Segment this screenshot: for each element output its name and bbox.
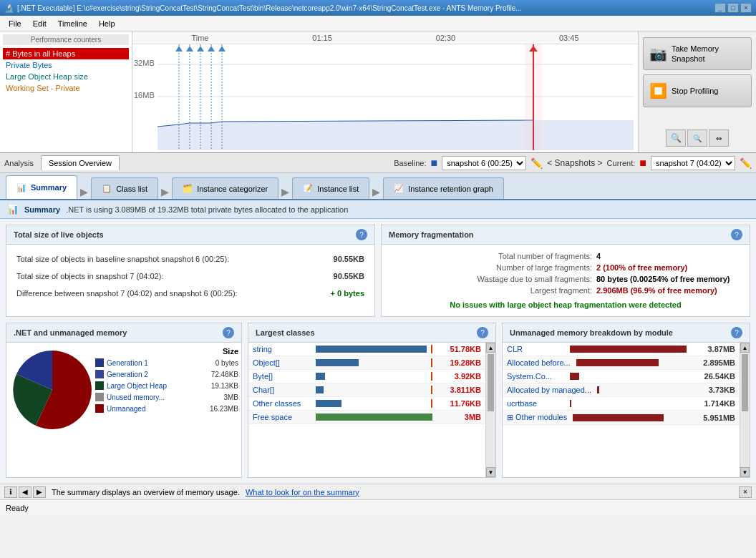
largest-classes-scrollbar[interactable]: ▲ ▼ [485,343,495,477]
current-color-dot: ■ [639,157,646,170]
gen1-value: 0 bytes [210,359,238,367]
clr-value: 3.87MB [692,345,735,353]
unmanaged-scroll-thumb[interactable] [742,354,748,411]
gen1-color [95,358,104,367]
other-class-name[interactable]: Other classes [253,399,310,408]
close-button[interactable]: × [740,3,752,13]
perf-item-working-set[interactable]: Working Set - Private [3,82,129,94]
scroll-down-btn[interactable]: ▼ [486,467,495,477]
baseline-label: Baseline: [394,159,426,167]
unmanaged-scroll-up[interactable]: ▲ [740,343,750,353]
char-class-name[interactable]: Char[] [253,386,310,394]
current-label: Current: [607,159,636,167]
systemco-name[interactable]: System.Co... [507,372,564,381]
menu-edit[interactable]: Edit [27,18,52,29]
baseline-edit-icon[interactable]: ✏️ [530,157,543,169]
baseline-snapshot-select[interactable]: snapshot 6 (00:25) [442,156,526,170]
ucrtbase-bar-area [564,399,692,408]
legend-row-loh: Large Object Heap 19.13KB [95,381,238,390]
menu-timeline[interactable]: Timeline [52,18,93,29]
perf-item-bytes-heaps[interactable]: # Bytes in all Heaps [3,48,129,59]
loh-label[interactable]: Large Object Heap [107,382,167,390]
gen2-label[interactable]: Generation 2 [107,371,148,378]
menu-help[interactable]: Help [93,18,121,29]
scroll-up-btn[interactable]: ▲ [486,343,495,353]
current-snapshot-select[interactable]: snapshot 7 (04:02) [651,156,735,170]
byte-bar-area [310,372,438,381]
live-objects-header: Total size of live objects ? [6,225,374,245]
snapshot-btn-label: Take Memory Snapshot [672,44,745,64]
svg-text:32MB: 32MB [134,59,155,67]
fit-button[interactable]: ⇔ [709,129,729,147]
free-class-name[interactable]: Free space [253,413,310,421]
dotnet-memory-help[interactable]: ? [223,327,234,338]
live-objects-title: Total size of live objects [14,230,104,239]
baseline-stat-row: Total size of objects in baseline snapsh… [16,255,364,263]
chart-svg: 32MB 16MB [132,44,638,152]
alloc-managed-name[interactable]: Allocated by managed... [507,386,591,394]
other-modules-expand[interactable]: ⊞ Other modules [507,413,567,422]
unmanaged-scrollbar[interactable]: ▲ ▼ [740,343,750,477]
status-close-btn[interactable]: × [739,486,752,498]
list-item-char: Char[] 3.811KB [248,383,485,397]
session-overview-tab[interactable]: Session Overview [41,155,120,170]
retention-label: Instance retention graph [408,185,493,193]
unused-value: 3MB [218,393,238,401]
unmanaged-scroll-down[interactable]: ▼ [740,467,750,477]
systemco-value: 26.54KB [692,372,735,381]
stop-profiling-button[interactable]: ⏹️ Stop Profiling [643,74,752,107]
legend-row-unmanaged: Unmanaged 16.23MB [95,404,238,413]
live-objects-help[interactable]: ? [356,229,367,240]
time-label-1: 01:15 [312,34,332,42]
clr-name[interactable]: CLR [507,345,564,353]
minimize-button[interactable]: _ [714,3,726,13]
summary-section-title: Summary [24,205,60,214]
zoom-out-button[interactable]: 🔍 [687,129,707,147]
summary-chart-icon: 📊 [7,204,19,215]
unmanaged-row-ucrtbase: ucrtbase 1.714KB [503,397,740,411]
perf-item-loh-size[interactable]: Large Object Heap size [3,71,129,82]
alloc-before-name[interactable]: Allocated before... [507,358,571,367]
window-controls: _ □ × [714,3,752,13]
unmanaged-row-clr: CLR 3.87MB [503,343,740,356]
gen2-color [95,370,104,378]
tab-retention-graph[interactable]: 📈 Instance retention graph [383,177,504,199]
frag-value-1: 2 (100% of free memory) [596,263,740,272]
snapshot-button[interactable]: 📷 Take Memory Snapshot [643,37,752,70]
gen1-label[interactable]: Generation 1 [107,359,148,367]
scroll-thumb[interactable] [488,354,494,411]
unused-label[interactable]: Unused memory... [107,393,165,401]
snapshots-arrow: < Snapshots > [547,158,602,168]
status-link[interactable]: What to look for on the summary [246,488,359,496]
current-edit-icon[interactable]: ✏️ [740,157,752,169]
tab-summary[interactable]: 📊 Summary [6,175,77,199]
tab-instance-list[interactable]: 📝 Instance list [292,177,369,199]
restore-button[interactable]: □ [727,3,739,13]
free-value: 3MB [438,413,481,421]
tab-class-list[interactable]: 📋 Class list [91,177,158,199]
largest-classes-help[interactable]: ? [477,327,488,338]
right-action-panel: 📷 Take Memory Snapshot ⏹️ Stop Profiling… [638,31,756,152]
char-marker [431,386,432,394]
stop-icon: ⏹️ [649,82,667,99]
object-class-name[interactable]: Object[] [253,358,310,367]
unmanaged-row-alloc-before: Allocated before... 2.895MB [503,356,740,370]
svg-marker-12 [208,46,215,52]
perf-item-private-bytes[interactable]: Private Bytes [3,59,129,71]
string-class-name[interactable]: string [253,345,310,353]
menu-file[interactable]: File [3,18,27,29]
tab-instance-categorizer[interactable]: 🗂️ Instance categorizer [172,177,278,199]
camera-icon: 📷 [649,45,667,62]
unmanaged-label[interactable]: Unmanaged [107,405,145,413]
info-icon-btn[interactable]: ℹ [4,486,17,498]
zoom-in-button[interactable]: 🔍 [666,129,686,147]
byte-class-name[interactable]: Byte[] [253,372,310,381]
prev-status-btn[interactable]: ◀ [19,486,32,498]
alloc-managed-value: 3.73KB [692,386,735,394]
info-status-bar: ℹ ◀ ▶ The summary displays an overview o… [0,484,756,499]
fragmentation-help[interactable]: ? [731,229,742,240]
unmanaged-memory-help[interactable]: ? [731,327,742,338]
list-item-free: Free space 3MB [248,411,485,424]
ucrtbase-name[interactable]: ucrtbase [507,399,564,408]
next-status-btn[interactable]: ▶ [33,486,46,498]
